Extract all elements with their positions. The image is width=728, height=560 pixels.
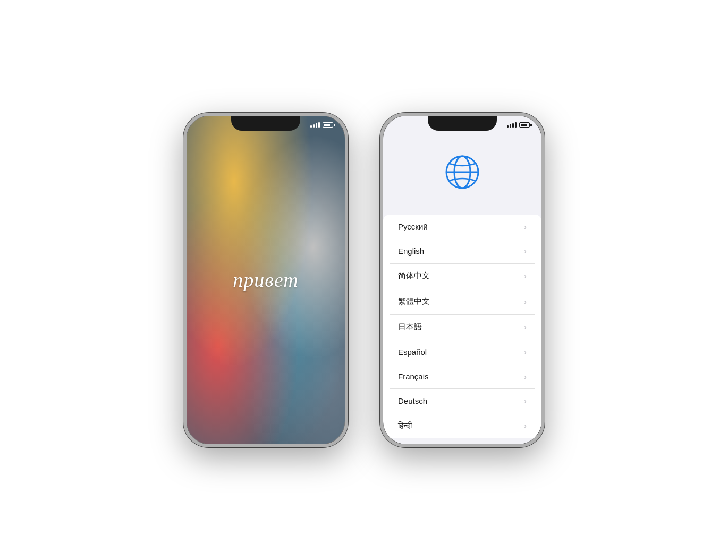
language-item-traditional-chinese[interactable]: 繁體中文›	[390, 289, 535, 315]
right-screen: Русский›English›简体中文›繁體中文›日本語›Español›Fr…	[383, 116, 541, 444]
chevron-icon-simplified-chinese: ›	[524, 272, 527, 281]
right-signal-icon	[507, 122, 517, 128]
language-label-japanese: 日本語	[398, 322, 422, 332]
chevron-icon-traditional-chinese: ›	[524, 298, 527, 306]
language-item-simplified-chinese[interactable]: 简体中文›	[390, 264, 535, 289]
chevron-icon-english: ›	[524, 247, 527, 256]
globe-icon	[443, 153, 481, 191]
language-label-spanish: Español	[398, 347, 427, 357]
chevron-icon-spanish: ›	[524, 348, 527, 357]
chevron-icon-japanese: ›	[524, 323, 527, 332]
language-label-german: Deutsch	[398, 396, 427, 405]
left-battery-icon	[323, 122, 335, 128]
language-item-spanish[interactable]: Español›	[390, 340, 535, 364]
left-status-bar	[187, 119, 345, 131]
language-label-russian: Русский	[398, 222, 428, 231]
left-screen: привет	[187, 116, 345, 444]
language-list: Русский›English›简体中文›繁體中文›日本語›Español›Fr…	[383, 215, 541, 438]
greeting-text: привет	[233, 268, 298, 292]
language-label-french: Français	[398, 372, 429, 381]
chevron-icon-russian: ›	[524, 223, 527, 231]
language-item-hindi[interactable]: हिन्दी›	[390, 413, 535, 438]
chevron-icon-hindi: ›	[524, 421, 527, 430]
language-label-simplified-chinese: 简体中文	[398, 271, 430, 281]
language-item-russian[interactable]: Русский›	[390, 215, 535, 239]
left-phone: привет	[183, 113, 348, 447]
language-label-hindi: हिन्दी	[398, 421, 412, 430]
left-signal-icon	[310, 122, 320, 128]
chevron-icon-german: ›	[524, 397, 527, 405]
language-item-japanese[interactable]: 日本語›	[390, 315, 535, 340]
language-screen: Русский›English›简体中文›繁體中文›日本語›Español›Fr…	[383, 116, 541, 444]
right-phone: Русский›English›简体中文›繁體中文›日本語›Español›Fr…	[380, 113, 545, 447]
language-item-german[interactable]: Deutsch›	[390, 389, 535, 413]
globe-icon-container	[443, 153, 481, 193]
language-item-french[interactable]: Français›	[390, 364, 535, 389]
language-label-english: English	[398, 247, 424, 256]
language-item-english[interactable]: English›	[390, 239, 535, 264]
right-battery-icon	[519, 122, 532, 128]
right-status-bar	[383, 119, 541, 131]
chevron-icon-french: ›	[524, 372, 527, 381]
language-label-traditional-chinese: 繁體中文	[398, 296, 430, 307]
